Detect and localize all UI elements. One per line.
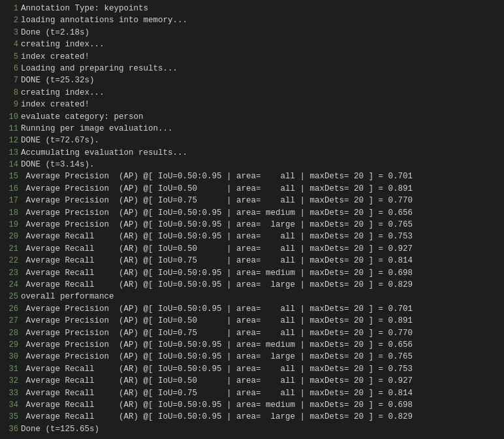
- terminal-line: 27 Average Precision (AP) @[ IoU=0.50 | …: [0, 315, 504, 327]
- line-number: 19: [1, 220, 18, 231]
- terminal-line: 5index created!: [0, 51, 504, 63]
- line-number: 21: [1, 244, 18, 255]
- line-number: 36: [1, 424, 18, 435]
- line-content: Accumulating evaluation results...: [21, 147, 187, 159]
- terminal-line: 28 Average Precision (AP) @[ IoU=0.75 | …: [0, 327, 504, 339]
- line-content: Average Recall (AR) @[ IoU=0.50:0.95 | a…: [21, 279, 413, 291]
- line-content: Average Precision (AP) @[ IoU=0.50 | are…: [21, 315, 413, 327]
- line-content: Average Precision (AP) @[ IoU=0.50:0.95 …: [21, 219, 413, 231]
- line-number: 32: [1, 376, 18, 387]
- terminal-line: 8creating index...: [0, 87, 504, 99]
- line-content: creating index...: [21, 87, 104, 99]
- line-content: Done (t=125.65s): [21, 423, 99, 435]
- line-number: 35: [1, 412, 18, 423]
- terminal-line: 24 Average Recall (AR) @[ IoU=0.50:0.95 …: [0, 279, 504, 291]
- terminal-line: 32 Average Recall (AR) @[ IoU=0.50 | are…: [0, 375, 504, 387]
- terminal-line: 6Loading and preparing results...: [0, 63, 504, 74]
- line-number: 12: [1, 135, 18, 146]
- terminal-line: 33 Average Recall (AR) @[ IoU=0.75 | are…: [0, 387, 504, 399]
- terminal-line: 7DONE (t=25.32s): [0, 74, 504, 86]
- line-number: 33: [1, 388, 18, 399]
- line-number: 9: [1, 99, 18, 110]
- line-number: 30: [1, 351, 18, 363]
- terminal-line: 20 Average Recall (AR) @[ IoU=0.50:0.95 …: [0, 231, 504, 242]
- line-content: Average Precision (AP) @[ IoU=0.50:0.95 …: [21, 351, 413, 363]
- terminal-line: 14DONE (t=3.14s).: [0, 159, 504, 171]
- terminal-line: 22 Average Recall (AR) @[ IoU=0.75 | are…: [0, 255, 504, 267]
- terminal-line: 21 Average Recall (AR) @[ IoU=0.50 | are…: [0, 243, 504, 255]
- line-content: Average Recall (AR) @[ IoU=0.50:0.95 | a…: [21, 363, 413, 375]
- terminal-line: 12DONE (t=72.67s).: [0, 135, 504, 146]
- line-content: Average Recall (AR) @[ IoU=0.50:0.95 | a…: [21, 399, 413, 411]
- line-number: 25: [1, 291, 18, 302]
- terminal-line: 31 Average Recall (AR) @[ IoU=0.50:0.95 …: [0, 363, 504, 375]
- terminal-line: 11Running per image evaluation...: [0, 123, 504, 135]
- terminal-line: 1Annotation Type: keypoints: [0, 3, 504, 14]
- line-number: 10: [1, 112, 18, 123]
- line-content: Average Precision (AP) @[ IoU=0.50:0.95 …: [21, 303, 413, 315]
- line-number: 17: [1, 195, 18, 206]
- terminal-line: 29 Average Precision (AP) @[ IoU=0.50:0.…: [0, 339, 504, 351]
- line-content: Average Recall (AR) @[ IoU=0.50:0.95 | a…: [21, 267, 413, 279]
- line-content: index created!: [21, 99, 89, 110]
- line-content: Loading and preparing results...: [21, 63, 178, 74]
- line-number: 34: [1, 400, 18, 411]
- line-number: 28: [1, 328, 18, 339]
- terminal-line: 3Done (t=2.18s): [0, 27, 504, 39]
- line-number: 5: [1, 52, 18, 63]
- line-content: Average Recall (AR) @[ IoU=0.75 | area= …: [21, 387, 413, 399]
- terminal: 1Annotation Type: keypoints2loading anno…: [0, 0, 504, 439]
- line-number: 29: [1, 340, 18, 351]
- line-number: 31: [1, 364, 18, 375]
- line-number: 8: [1, 88, 18, 99]
- terminal-line: 25overall performance: [0, 291, 504, 302]
- terminal-line: 36Done (t=125.65s): [0, 423, 504, 435]
- line-number: 26: [1, 304, 18, 315]
- line-number: 4: [1, 39, 18, 50]
- terminal-line: 2loading annotations into memory...: [0, 14, 504, 26]
- line-number: 7: [1, 75, 18, 86]
- line-content: Average Recall (AR) @[ IoU=0.50 | area= …: [21, 375, 413, 387]
- line-content: Average Precision (AP) @[ IoU=0.50:0.95 …: [21, 339, 413, 351]
- terminal-line: 23 Average Recall (AR) @[ IoU=0.50:0.95 …: [0, 267, 504, 279]
- terminal-line: 26 Average Precision (AP) @[ IoU=0.50:0.…: [0, 303, 504, 315]
- terminal-line: 15 Average Precision (AP) @[ IoU=0.50:0.…: [0, 171, 504, 182]
- line-number: 27: [1, 316, 18, 327]
- line-content: Average Precision (AP) @[ IoU=0.50 | are…: [21, 183, 413, 195]
- terminal-line: 18 Average Precision (AP) @[ IoU=0.50:0.…: [0, 207, 504, 219]
- line-number: 20: [1, 231, 18, 242]
- line-number: 16: [1, 184, 18, 195]
- line-content: Annotation Type: keypoints: [21, 3, 148, 14]
- terminal-line: 10evaluate category: person: [0, 111, 504, 123]
- line-content: Average Precision (AP) @[ IoU=0.50:0.95 …: [21, 171, 413, 182]
- line-content: DONE (t=25.32s): [21, 74, 95, 86]
- line-number: 6: [1, 63, 18, 74]
- line-content: Average Recall (AR) @[ IoU=0.75 | area= …: [21, 255, 413, 267]
- line-content: index created!: [21, 51, 89, 63]
- terminal-line: 4creating index...: [0, 39, 504, 50]
- line-number: 14: [1, 159, 18, 171]
- line-number: 24: [1, 280, 18, 291]
- line-content: creating index...: [21, 39, 104, 50]
- line-number: 22: [1, 255, 18, 267]
- line-content: evaluate category: person: [21, 111, 144, 123]
- terminal-line: 19 Average Precision (AP) @[ IoU=0.50:0.…: [0, 219, 504, 231]
- line-content: Average Recall (AR) @[ IoU=0.50:0.95 | a…: [21, 231, 413, 242]
- line-number: 23: [1, 268, 18, 279]
- line-number: 15: [1, 171, 18, 182]
- terminal-line: 9index created!: [0, 99, 504, 110]
- terminal-line: 13Accumulating evaluation results...: [0, 147, 504, 159]
- line-content: loading annotations into memory...: [21, 14, 187, 26]
- line-number: 2: [1, 15, 18, 26]
- terminal-line: 17 Average Precision (AP) @[ IoU=0.75 | …: [0, 195, 504, 206]
- terminal-line: 35 Average Recall (AR) @[ IoU=0.50:0.95 …: [0, 411, 504, 423]
- line-content: overall performance: [21, 291, 114, 302]
- line-number: 3: [1, 27, 18, 39]
- line-content: Done (t=2.18s): [21, 27, 89, 39]
- line-content: Average Precision (AP) @[ IoU=0.75 | are…: [21, 327, 413, 339]
- line-number: 11: [1, 123, 18, 135]
- line-content: Average Precision (AP) @[ IoU=0.75 | are…: [21, 195, 413, 206]
- line-content: Running per image evaluation...: [21, 123, 173, 135]
- terminal-line: 30 Average Precision (AP) @[ IoU=0.50:0.…: [0, 351, 504, 363]
- line-number: 18: [1, 208, 18, 219]
